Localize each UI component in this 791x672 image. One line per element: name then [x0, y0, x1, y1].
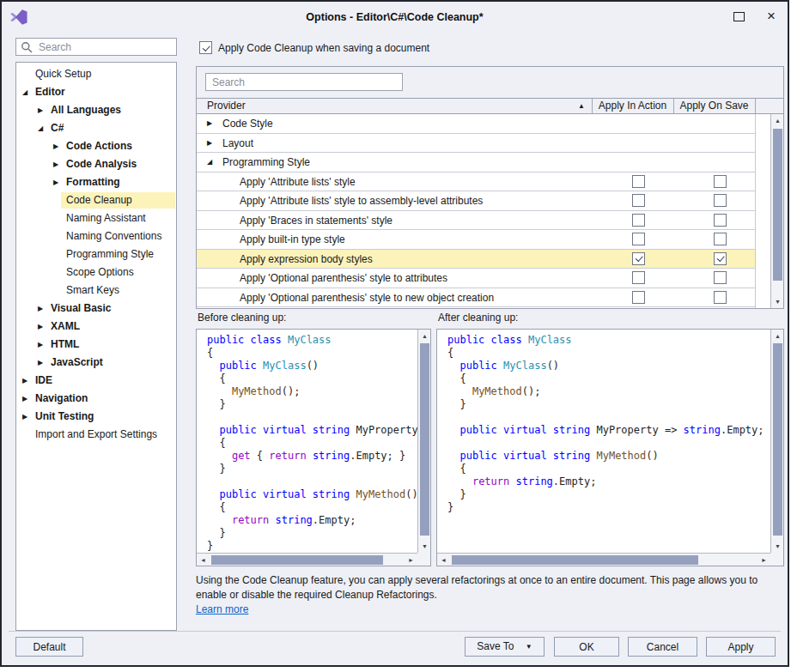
scroll-up-icon[interactable]: ▲ [418, 330, 431, 342]
on-save-checkbox[interactable] [714, 233, 727, 245]
scroll-left-icon[interactable]: ◄ [437, 554, 450, 566]
expanded-arrow-icon[interactable]: ◢ [207, 153, 212, 172]
scroll-right-icon[interactable]: ► [405, 554, 417, 566]
expanded-arrow-icon[interactable]: ◢ [38, 119, 43, 137]
before-horizontal-scrollbar[interactable]: ◄ ► [197, 553, 417, 566]
table-scrollbar[interactable]: ▲ ▼ [770, 114, 783, 308]
on-save-checkbox[interactable] [714, 252, 727, 265]
sidebar-item-ide[interactable]: ▶IDE [16, 372, 176, 390]
sidebar-item-code-analysis[interactable]: ▶Code Analysis [16, 155, 176, 173]
sort-ascending-icon[interactable]: ▲ [578, 99, 585, 113]
in-action-checkbox[interactable] [632, 291, 645, 304]
collapsed-arrow-icon[interactable]: ▶ [22, 372, 27, 390]
provider-search-input[interactable] [205, 73, 403, 91]
in-action-checkbox[interactable] [632, 233, 645, 245]
sidebar-item-label: Code Analysis [66, 155, 137, 173]
sidebar-search-input[interactable] [15, 38, 177, 56]
on-save-checkbox[interactable] [714, 214, 727, 227]
collapsed-arrow-icon[interactable]: ▶ [38, 318, 43, 336]
collapsed-arrow-icon[interactable]: ▶ [22, 408, 27, 426]
before-vertical-scrollbar[interactable]: ▲ ▼ [417, 330, 430, 553]
code-line: { [207, 347, 417, 360]
provider-row-apply-optional-parenthesis-style-to-new-object-creation[interactable]: Apply 'Optional parenthesis' style to ne… [197, 288, 755, 308]
code-line: } [207, 463, 417, 475]
collapsed-arrow-icon[interactable]: ▶ [207, 134, 212, 153]
scroll-right-icon[interactable]: ► [758, 554, 770, 566]
sidebar-item-smart-keys[interactable]: Smart Keys [16, 282, 176, 300]
maximize-button[interactable] [733, 12, 745, 21]
sidebar-item-c[interactable]: ◢C# [16, 119, 176, 137]
sidebar-item-xaml[interactable]: ▶XAML [16, 318, 176, 336]
apply-code-cleanup-on-save-checkbox[interactable] [199, 41, 212, 54]
default-button[interactable]: Default [15, 637, 83, 657]
sidebar-item-javascript[interactable]: ▶JavaScript [16, 354, 176, 372]
in-action-checkbox[interactable] [632, 194, 645, 207]
scroll-left-icon[interactable]: ◄ [197, 554, 210, 566]
sidebar-item-unit-testing[interactable]: ▶Unit Testing [16, 408, 176, 426]
collapsed-arrow-icon[interactable]: ▶ [207, 114, 212, 133]
sidebar-item-visual-basic[interactable]: ▶Visual Basic [16, 300, 176, 318]
collapsed-arrow-icon[interactable]: ▶ [38, 354, 43, 372]
scroll-thumb[interactable] [773, 343, 782, 536]
sidebar-item-scope-options[interactable]: Scope Options [16, 263, 176, 282]
provider-row-apply-optional-parenthesis-style-to-attributes[interactable]: Apply 'Optional parenthesis' style to at… [197, 269, 755, 288]
scroll-thumb[interactable] [773, 129, 782, 281]
on-save-checkbox[interactable] [714, 175, 727, 188]
on-save-checkbox[interactable] [714, 194, 727, 207]
scroll-up-icon[interactable]: ▲ [771, 330, 784, 342]
scroll-down-icon[interactable]: ▼ [418, 540, 431, 553]
provider-row-apply-built-in-type-style[interactable]: Apply built-in type style [197, 230, 755, 250]
provider-column-header[interactable]: Provider [207, 99, 246, 113]
sidebar-item-navigation[interactable]: ▶Navigation [16, 390, 176, 408]
sidebar-item-naming-assistant[interactable]: Naming Assistant [16, 209, 176, 227]
sidebar-item-code-actions[interactable]: ▶Code Actions [16, 137, 176, 155]
scroll-down-icon[interactable]: ▼ [771, 540, 784, 553]
collapsed-arrow-icon[interactable]: ▶ [38, 300, 43, 318]
apply-button[interactable]: Apply [706, 637, 776, 657]
collapsed-arrow-icon[interactable]: ▶ [22, 390, 27, 408]
in-action-checkbox[interactable] [632, 252, 645, 265]
sidebar-item-quick-setup[interactable]: Quick Setup [16, 65, 176, 83]
apply-on-save-column-header[interactable]: Apply On Save [673, 99, 755, 113]
in-action-checkbox[interactable] [632, 175, 645, 188]
sidebar-item-import-and-export-settings[interactable]: Import and Export Settings [16, 426, 176, 444]
after-vertical-scrollbar[interactable]: ▲ ▼ [770, 330, 783, 553]
learn-more-link[interactable]: Learn more [196, 603, 248, 615]
titlebar[interactable]: Options - Editor\C#\Code Cleanup* × [2, 2, 788, 33]
on-save-checkbox[interactable] [714, 291, 727, 304]
provider-row-apply-attribute-lists-style[interactable]: Apply 'Attribute lists' style [197, 173, 755, 192]
provider-row-code-style[interactable]: ▶Code Style [197, 114, 755, 134]
provider-row-programming-style[interactable]: ◢Programming Style [197, 153, 755, 173]
collapsed-arrow-icon[interactable]: ▶ [38, 101, 43, 119]
sidebar-item-code-cleanup[interactable]: Code Cleanup [16, 191, 176, 209]
collapsed-arrow-icon[interactable]: ▶ [53, 137, 58, 155]
collapsed-arrow-icon[interactable]: ▶ [53, 155, 58, 173]
sidebar-item-programming-style[interactable]: Programming Style [16, 245, 176, 263]
in-action-checkbox[interactable] [632, 271, 645, 284]
sidebar-item-editor[interactable]: ◢Editor [16, 83, 176, 101]
scroll-thumb[interactable] [211, 555, 383, 565]
scroll-thumb[interactable] [452, 555, 698, 565]
provider-row-layout[interactable]: ▶Layout [197, 134, 755, 154]
in-action-checkbox[interactable] [632, 214, 645, 227]
close-button[interactable]: × [767, 7, 776, 26]
save-to-button[interactable]: Save To ▼ [465, 637, 545, 657]
after-horizontal-scrollbar[interactable]: ◄ ► [437, 553, 770, 566]
scroll-thumb[interactable] [420, 343, 429, 536]
collapsed-arrow-icon[interactable]: ▶ [53, 173, 58, 191]
sidebar-item-formatting[interactable]: ▶Formatting [16, 173, 176, 191]
sidebar-item-all-languages[interactable]: ▶All Languages [16, 101, 176, 119]
cancel-button[interactable]: Cancel [628, 637, 697, 657]
apply-in-action-column-header[interactable]: Apply In Action [592, 99, 673, 113]
on-save-checkbox[interactable] [714, 271, 727, 284]
provider-row-apply-attribute-lists-style-to-assembly-level-attributes[interactable]: Apply 'Attribute lists' style to assembl… [197, 191, 755, 211]
collapsed-arrow-icon[interactable]: ▶ [38, 336, 43, 354]
provider-row-apply-expression-body-styles[interactable]: Apply expression body styles [197, 250, 755, 269]
expanded-arrow-icon[interactable]: ◢ [22, 83, 27, 101]
scroll-down-icon[interactable]: ▼ [771, 295, 784, 308]
scroll-up-icon[interactable]: ▲ [771, 114, 784, 127]
ok-button[interactable]: OK [554, 637, 619, 657]
sidebar-item-html[interactable]: ▶HTML [16, 336, 176, 354]
provider-row-apply-braces-in-statements-style[interactable]: Apply 'Braces in statements' style [197, 211, 755, 231]
sidebar-item-naming-conventions[interactable]: Naming Conventions [16, 227, 176, 245]
